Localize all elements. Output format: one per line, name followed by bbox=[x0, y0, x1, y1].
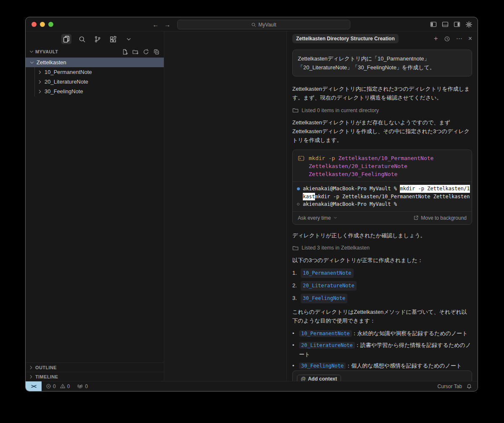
created-directories-list: 1.10_PermanentNote 2.20_LiteratureNote 3… bbox=[292, 265, 472, 303]
directory-code[interactable]: 10_PermanentNote bbox=[299, 330, 352, 337]
tool-call-list-directory[interactable]: Listed 0 items in current directory bbox=[292, 107, 472, 113]
explorer-view-icon[interactable] bbox=[61, 34, 71, 44]
cursor-tab-status[interactable]: Cursor Tab bbox=[438, 384, 462, 389]
more-actions-icon[interactable]: ⋯ bbox=[456, 35, 462, 42]
close-chat-icon[interactable]: × bbox=[468, 35, 472, 42]
collapse-all-icon[interactable] bbox=[153, 49, 160, 55]
problems-warnings[interactable]: 0 bbox=[60, 384, 70, 389]
terminal-line: akienakai@MacBook-Pro MyVault % bbox=[297, 200, 470, 208]
close-window-button[interactable] bbox=[32, 22, 37, 27]
tree-item-label: 10_PermanentNote bbox=[45, 69, 92, 75]
radio-tower-icon bbox=[77, 384, 83, 389]
search-view-icon[interactable] bbox=[77, 34, 87, 44]
chevron-right-icon bbox=[37, 69, 43, 75]
terminal-icon bbox=[298, 155, 304, 162]
directory-code[interactable]: 30_FeelingNote bbox=[299, 363, 346, 369]
bullet-desc: ：永続的な知識や洞察を記録するためのノート bbox=[352, 330, 468, 336]
folder-icon bbox=[292, 245, 299, 251]
chevron-right-icon bbox=[37, 89, 43, 95]
tree-item-label: Zettelkasten bbox=[37, 59, 66, 66]
at-icon: @ bbox=[301, 376, 306, 381]
zoom-window-button[interactable] bbox=[48, 22, 53, 27]
problems-errors[interactable]: 0 bbox=[46, 384, 56, 389]
directory-code[interactable]: 10_PermanentNote bbox=[301, 268, 354, 278]
settings-gear-icon[interactable] bbox=[465, 21, 472, 28]
assistant-paragraph: 以下の3つのディレクトリが正常に作成されました： bbox=[292, 256, 472, 265]
source-control-view-icon[interactable] bbox=[92, 34, 102, 44]
remote-indicator[interactable]: >< bbox=[26, 381, 42, 391]
list-item: 3.30_FeelingNote bbox=[292, 294, 472, 303]
directory-code[interactable]: 20_LiteratureNote bbox=[299, 342, 355, 349]
prompt-circle-icon bbox=[297, 203, 299, 205]
bell-icon[interactable] bbox=[466, 384, 472, 389]
timeline-section-header[interactable]: TIMELINE bbox=[26, 372, 164, 381]
list-item: •10_PermanentNote：永続的な知識や洞察を記録するためのノート bbox=[292, 329, 472, 338]
user-message[interactable]: Zettelkastenディレクトリ内に「10_Parmanentnote」「2… bbox=[292, 50, 472, 76]
minimize-window-button[interactable] bbox=[40, 22, 45, 27]
bullet-desc: ：個人的な感想や感情を記録するためのノート bbox=[346, 363, 462, 369]
status-bar: >< 0 0 0 Cursor Tab bbox=[26, 381, 478, 391]
remote-icon: >< bbox=[31, 384, 36, 389]
toggle-panel-icon[interactable] bbox=[442, 21, 449, 28]
directory-code[interactable]: 30_FeelingNote bbox=[301, 294, 347, 303]
editor-area[interactable] bbox=[164, 32, 286, 381]
history-icon[interactable] bbox=[444, 36, 450, 42]
terminal-output[interactable]: akienakai@MacBook-Pro MyVault % mkdir -p… bbox=[293, 181, 472, 211]
chat-header: Zettelkasten Directory Structure Creatio… bbox=[287, 32, 478, 46]
refresh-icon[interactable] bbox=[143, 49, 149, 55]
assistant-paragraph: Zettelkastenディレクトリ内に指定された3つのディレクトリを作成します… bbox=[292, 84, 472, 102]
chevron-down-icon bbox=[29, 49, 34, 55]
chevron-right-icon bbox=[28, 365, 34, 370]
assistant-paragraph: Zettelkastenディレクトリがまだ存在しないようですので、まずZette… bbox=[292, 118, 472, 145]
list-item: •30_FeelingNote：個人的な感想や感情を記録するためのノート bbox=[292, 361, 472, 370]
forward-icon[interactable]: → bbox=[164, 21, 171, 28]
toggle-secondary-sidebar-icon[interactable] bbox=[454, 21, 460, 28]
chat-input-box[interactable]: @ Add context Plan, search, build anythi… bbox=[292, 370, 472, 381]
explorer-section-header[interactable]: MYVAULT bbox=[26, 47, 164, 57]
tree-item-10-permanentnote[interactable]: 10_PermanentNote bbox=[26, 67, 164, 77]
back-icon[interactable]: ← bbox=[152, 21, 159, 28]
move-to-background-button[interactable]: Move to background bbox=[413, 215, 467, 221]
chevron-down-icon bbox=[29, 60, 35, 66]
chevron-right-icon bbox=[28, 374, 34, 380]
outline-section-header[interactable]: OUTLINE bbox=[26, 363, 164, 372]
new-folder-icon[interactable] bbox=[132, 49, 139, 55]
tree-item-20-literaturenote[interactable]: 20_LiteratureNote bbox=[26, 77, 164, 87]
new-chat-icon[interactable]: + bbox=[434, 34, 438, 43]
extensions-view-icon[interactable] bbox=[108, 34, 118, 44]
activity-bar bbox=[26, 32, 164, 47]
ports-indicator[interactable]: 0 bbox=[77, 384, 88, 389]
directory-purpose-list: •10_PermanentNote：永続的な知識や洞察を記録するためのノート •… bbox=[292, 326, 472, 370]
add-context-chip[interactable]: @ Add context bbox=[297, 375, 341, 381]
toggle-primary-sidebar-icon[interactable] bbox=[430, 21, 437, 28]
list-item: •20_LiteratureNote：読書や学習から得た情報を記録するためのノー… bbox=[292, 341, 472, 359]
tool-call-label: Listed 3 items in Zettelkasten bbox=[302, 245, 370, 251]
chat-tab-title[interactable]: Zettelkasten Directory Structure Creatio… bbox=[292, 34, 399, 43]
command-center-search[interactable]: MyVault bbox=[177, 20, 350, 29]
search-label: MyVault bbox=[258, 22, 276, 28]
list-item: 1.10_PermanentNote bbox=[292, 268, 472, 278]
new-file-icon[interactable] bbox=[122, 49, 128, 55]
sidebar: MYVAULT Zettelkasten 10_Perm bbox=[26, 32, 164, 381]
assistant-paragraph: ディレクトリが正しく作成されたか確認しましょう。 bbox=[292, 231, 472, 240]
ask-every-time-dropdown[interactable]: Ask every time bbox=[298, 215, 338, 221]
list-item: 2.20_LiteratureNote bbox=[292, 281, 472, 291]
tool-call-list-zettelkasten[interactable]: Listed 3 items in Zettelkasten bbox=[292, 245, 472, 251]
search-icon bbox=[251, 22, 256, 27]
chat-messages: Zettelkastenディレクトリ内に「10_Parmanentnote」「2… bbox=[287, 46, 478, 381]
move-to-background-icon bbox=[413, 215, 419, 221]
magnifier-icon bbox=[79, 36, 86, 43]
chat-panel: Zettelkasten Directory Structure Creatio… bbox=[286, 32, 478, 381]
tree-item-label: 30_FeelingNote bbox=[45, 88, 83, 95]
outline-label: OUTLINE bbox=[35, 365, 57, 370]
tree-item-zettelkasten[interactable]: Zettelkasten bbox=[26, 58, 164, 67]
running-dot-icon bbox=[297, 187, 300, 190]
directory-code[interactable]: 20_LiteratureNote bbox=[301, 281, 357, 291]
terminal-selection: mkdir -p Zettelkasten/10 bbox=[400, 185, 470, 193]
error-icon bbox=[46, 384, 51, 389]
explorer-title: MYVAULT bbox=[35, 49, 58, 54]
more-views-icon[interactable] bbox=[123, 34, 134, 44]
command-block[interactable]: mkdir -p Zettelkasten/10_PermanentNote Z… bbox=[293, 150, 472, 181]
tree-item-30-feelingnote[interactable]: 30_FeelingNote bbox=[26, 87, 164, 96]
tree-item-label: 20_LiteratureNote bbox=[45, 79, 88, 85]
